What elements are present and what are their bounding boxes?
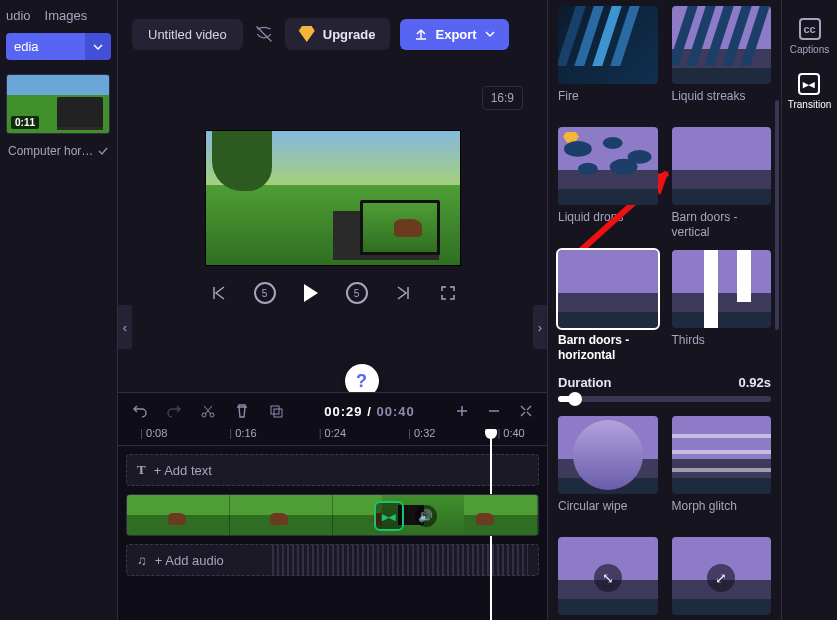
media-dropdown-label[interactable]: edia: [6, 33, 85, 60]
chevron-down-icon[interactable]: [85, 33, 111, 60]
forward-5-icon[interactable]: 5: [346, 282, 368, 304]
zoom-add-icon[interactable]: [455, 404, 469, 418]
fit-icon[interactable]: [519, 404, 533, 418]
undo-icon[interactable]: [132, 403, 148, 419]
delete-icon[interactable]: [234, 403, 250, 419]
preview-stage: ‹ › 5 5 ?: [118, 110, 547, 392]
svg-point-5: [603, 137, 623, 149]
transition-icon: ▸◂: [798, 73, 820, 95]
transition-liquid-streaks[interactable]: Liquid streaks: [672, 6, 772, 117]
project-title[interactable]: Untitled video: [132, 19, 243, 50]
top-bar: Untitled video Upgrade Export: [118, 0, 547, 60]
audio-track[interactable]: ♫ + Add audio: [126, 544, 539, 576]
clip-audio-icon[interactable]: 🔊: [415, 505, 437, 527]
skip-end-icon[interactable]: [396, 285, 412, 301]
timeline: 00:29 / 00:40 0:08 0:16 0:24 0:32 0:40 T…: [118, 392, 547, 620]
upgrade-button[interactable]: Upgrade: [285, 18, 390, 50]
media-sidebar: udio Images edia 0:11 Computer hor…: [0, 0, 118, 620]
transition-thirds[interactable]: Thirds: [672, 250, 772, 363]
collapse-left-icon[interactable]: ‹: [118, 305, 132, 349]
duration-slider[interactable]: [558, 396, 771, 402]
media-clip-thumb[interactable]: 0:11: [6, 74, 110, 134]
aspect-ratio-badge[interactable]: 16:9: [482, 86, 523, 110]
video-preview[interactable]: [205, 130, 461, 266]
media-clip-caption: Computer hor…: [8, 144, 93, 158]
tab-audio[interactable]: udio: [6, 8, 31, 23]
rewind-5-icon[interactable]: 5: [254, 282, 276, 304]
text-icon: T: [137, 462, 146, 478]
center-column: Untitled video Upgrade Export 16:9 ‹ › 5: [118, 0, 547, 620]
right-rail: cc Captions ▸◂ Transition: [781, 0, 837, 620]
transition-morph-glitch[interactable]: Morph glitch: [672, 416, 772, 527]
svg-point-8: [610, 159, 638, 175]
export-button[interactable]: Export: [400, 19, 509, 50]
duration-row: Duration 0.92s: [558, 375, 771, 390]
collapse-right-icon[interactable]: ›: [533, 305, 547, 349]
redo-icon[interactable]: [166, 403, 182, 419]
duplicate-icon[interactable]: [268, 403, 284, 419]
arrows-in-icon: ⤡: [594, 564, 622, 592]
svg-point-4: [564, 141, 592, 157]
transition-handle[interactable]: ▸◂: [374, 501, 404, 531]
timeline-toolbar: 00:29 / 00:40: [118, 399, 547, 427]
diamond-icon: [299, 26, 315, 42]
split-icon[interactable]: [200, 403, 216, 419]
transport-controls: 5 5: [210, 282, 456, 304]
arrows-out-icon: ⤢: [707, 564, 735, 592]
rail-captions[interactable]: cc Captions: [790, 18, 829, 55]
transition-barn-vertical[interactable]: Barn doors - vertical: [672, 127, 772, 240]
skip-start-icon[interactable]: [210, 285, 226, 301]
visibility-off-icon[interactable]: [253, 23, 275, 45]
rail-transition[interactable]: ▸◂ Transition: [788, 73, 832, 110]
play-button[interactable]: [304, 284, 318, 302]
transition-barn-horizontal[interactable]: Barn doors -horizontal: [558, 250, 658, 363]
chevron-down-icon: [485, 29, 495, 39]
tab-images[interactable]: Images: [45, 8, 88, 23]
timeline-ruler[interactable]: 0:08 0:16 0:24 0:32 0:40: [118, 427, 547, 446]
music-icon: ♫: [137, 553, 147, 568]
fullscreen-icon[interactable]: [440, 285, 456, 301]
transition-cross-out[interactable]: ⤢: [672, 537, 772, 615]
check-icon: [97, 145, 109, 157]
timeline-time: 00:29 / 00:40: [324, 404, 414, 419]
captions-icon: cc: [799, 18, 821, 40]
media-clip-duration: 0:11: [11, 116, 39, 129]
svg-rect-3: [274, 409, 282, 417]
transition-cross-in[interactable]: ⤡: [558, 537, 658, 615]
transition-fire[interactable]: Fire: [558, 6, 658, 117]
transitions-panel: Fire Liquid streaks Liquid drops Barn do…: [547, 0, 781, 620]
video-track[interactable]: ▸◂ 🔊: [126, 494, 539, 536]
duration-label: Duration: [558, 375, 611, 390]
text-track[interactable]: T + Add text: [126, 454, 539, 486]
media-dropdown[interactable]: edia: [6, 33, 111, 60]
upload-icon: [414, 27, 428, 41]
svg-rect-2: [271, 406, 279, 414]
svg-point-7: [578, 163, 598, 175]
zoom-minus-icon[interactable]: [487, 404, 501, 418]
duration-value: 0.92s: [738, 375, 771, 390]
transition-circular-wipe[interactable]: Circular wipe: [558, 416, 658, 527]
